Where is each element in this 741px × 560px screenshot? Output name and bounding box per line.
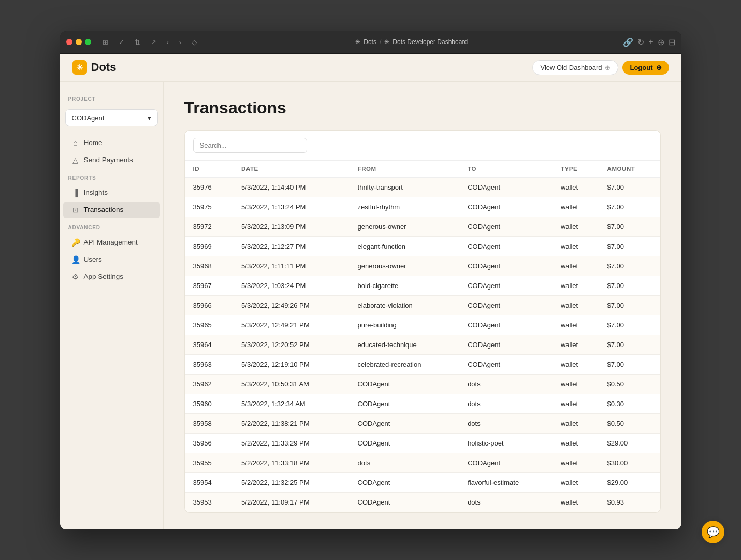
cell-to: CODAgent [459,256,553,276]
browser-tab[interactable]: ✳ Dots / ✳ Dots Developer Dashboard [355,38,468,46]
table-row[interactable]: 359725/3/2022, 1:13:09 PMgenerous-ownerC… [185,217,660,236]
project-selector[interactable]: CODAgent ▾ [65,109,158,126]
sidebar-app-settings-label: App Settings [84,272,124,280]
cell-amount: $7.00 [599,236,660,256]
filter-icon[interactable]: ⇅ [132,37,143,47]
tab-favicon-2: ✳ [384,38,389,46]
cell-to: CODAgent [459,354,553,374]
cell-id: 35976 [185,177,234,197]
sidebar: PROJECT CODAgent ▾ ⌂ Home △ Send Payment… [60,82,164,529]
table-row[interactable]: 359545/2/2022, 11:32:25 PMCODAgentflavor… [185,472,660,492]
traffic-light-yellow[interactable] [76,39,82,45]
cell-from: bold-cigarette [350,276,460,295]
tab-title: Dots Developer Dashboard [393,38,468,46]
transactions-table: ID DATE FROM TO TYPE AMOUNT 359765/3/202… [185,161,660,512]
cell-type: wallet [553,354,599,374]
table-row[interactable]: 359765/3/2022, 1:14:40 PMthrifty-transpo… [185,177,660,197]
browser-window: ⊞ ✓ ⇅ ↗ ‹ › ◇ ✳ Dots / ✳ Dots Developer … [60,31,681,529]
refresh-icon[interactable]: ↻ [637,37,644,47]
sidebar-item-home[interactable]: ⌂ Home [63,135,160,151]
traffic-light-green[interactable] [85,39,91,45]
cell-date: 5/3/2022, 12:49:21 PM [233,315,350,335]
cell-amount: $0.30 [599,394,660,413]
table-row[interactable]: 359655/3/2022, 12:49:21 PMpure-buildingC… [185,315,660,335]
cell-from: educated-technique [350,335,460,354]
back-button[interactable]: ✓ [115,37,127,47]
cell-id: 35964 [185,335,234,354]
reports-section-label: REPORTS [60,169,163,184]
bookmark-icon[interactable]: ◇ [188,37,200,47]
cell-date: 5/3/2022, 1:13:24 PM [233,197,350,217]
cell-id: 35969 [185,236,234,256]
cell-date: 5/3/2022, 1:13:09 PM [233,217,350,236]
table-row[interactable]: 359675/3/2022, 1:03:24 PMbold-cigaretteC… [185,276,660,295]
app-settings-icon: ⚙ [71,272,80,281]
cell-date: 5/3/2022, 12:19:10 PM [233,354,350,374]
cell-to: dots [459,394,553,413]
cell-id: 35963 [185,354,234,374]
header-buttons: View Old Dashboard ⊕ Logout ⊕ [532,60,669,75]
tab-favicon: ✳ [355,38,360,46]
nav-forward[interactable]: › [176,37,184,47]
share-icon[interactable]: ↗ [148,37,159,47]
table-row[interactable]: 359605/3/2022, 1:32:34 AMCODAgentdotswal… [185,394,660,413]
browser-titlebar: ⊞ ✓ ⇅ ↗ ‹ › ◇ ✳ Dots / ✳ Dots Developer … [60,31,681,54]
traffic-lights [66,39,91,45]
link-icon[interactable]: 🔗 [623,37,633,47]
split-view-icon[interactable]: ⊟ [669,37,675,47]
table-row[interactable]: 359585/2/2022, 11:38:21 PMCODAgentdotswa… [185,413,660,433]
cell-to: CODAgent [459,453,553,472]
sidebar-item-api-management[interactable]: 🔑 API Management [63,234,160,251]
sidebar-item-send-payments[interactable]: △ Send Payments [63,152,160,168]
logout-icon: ⊕ [656,64,662,71]
cell-amount: $0.50 [599,374,660,394]
cell-amount: $7.00 [599,315,660,335]
cell-id: 35958 [185,413,234,433]
search-input[interactable] [193,138,307,153]
table-row[interactable]: 359755/3/2022, 1:13:24 PMzestful-rhythmC… [185,197,660,217]
cell-date: 5/3/2022, 12:49:26 PM [233,295,350,315]
traffic-light-red[interactable] [66,39,72,45]
table-row[interactable]: 359635/3/2022, 12:19:10 PMcelebrated-rec… [185,354,660,374]
table-row[interactable]: 359625/3/2022, 10:50:31 AMCODAgentdotswa… [185,374,660,394]
sidebar-item-users[interactable]: 👤 Users [63,251,160,268]
logo-text: Dots [91,61,117,74]
sidebar-item-insights[interactable]: ▐ Insights [63,184,160,201]
cell-to: CODAgent [459,295,553,315]
cell-type: wallet [553,295,599,315]
main-content: Transactions ID DATE FROM TO TYPE [164,82,681,529]
insights-icon: ▐ [71,189,80,197]
table-row[interactable]: 359555/2/2022, 11:33:18 PMdotsCODAgentwa… [185,453,660,472]
cell-amount: $0.50 [599,413,660,433]
table-header-row: ID DATE FROM TO TYPE AMOUNT [185,161,660,178]
table-row[interactable]: 359565/2/2022, 11:33:29 PMCODAgentholist… [185,433,660,453]
sidebar-toggle-icon[interactable]: ⊞ [99,37,111,47]
sidebar-item-transactions[interactable]: ⊡ Transactions [63,202,160,218]
cell-amount: $29.00 [599,472,660,492]
view-old-dashboard-button[interactable]: View Old Dashboard ⊕ [532,60,618,75]
cell-from: CODAgent [350,433,460,453]
table-row[interactable]: 359695/3/2022, 1:12:27 PMelegant-functio… [185,236,660,256]
browser-right-controls: 🔗 ↻ + ⊕ ⊟ [623,37,675,47]
cell-type: wallet [553,197,599,217]
cell-to: CODAgent [459,217,553,236]
project-name: CODAgent [72,114,105,122]
cell-to: holistic-poet [459,433,553,453]
table-row[interactable]: 359535/2/2022, 11:09:17 PMCODAgentdotswa… [185,492,660,512]
cell-id: 35966 [185,295,234,315]
col-type: TYPE [553,161,599,178]
table-row[interactable]: 359645/3/2022, 12:20:52 PMeducated-techn… [185,335,660,354]
nav-back[interactable]: ‹ [164,37,172,47]
search-bar-wrap [185,131,660,161]
home-icon: ⌂ [71,139,80,147]
cell-date: 5/2/2022, 11:09:17 PM [233,492,350,512]
chat-bubble-button[interactable]: 💬 [702,521,724,543]
logout-button[interactable]: Logout ⊕ [622,61,669,75]
table-row[interactable]: 359685/3/2022, 1:11:11 PMgenerous-ownerC… [185,256,660,276]
sidebar-item-app-settings[interactable]: ⚙ App Settings [63,268,160,285]
new-tab-icon[interactable]: + [648,37,653,47]
extensions-icon[interactable]: ⊕ [658,37,664,47]
cell-from: pure-building [350,315,460,335]
table-row[interactable]: 359665/3/2022, 12:49:26 PMelaborate-viol… [185,295,660,315]
sidebar-send-payments-label: Send Payments [84,156,133,164]
